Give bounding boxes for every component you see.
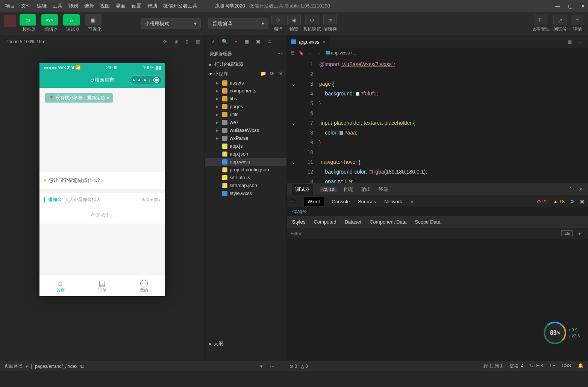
compile-button[interactable]: ⟳	[271, 15, 285, 25]
tab-orders[interactable]: ▤订单	[81, 275, 123, 296]
lang-mode[interactable]: CSS	[562, 363, 571, 369]
page-path[interactable]: pages/errand/_/index	[35, 364, 77, 369]
close-icon[interactable]: ✕	[581, 3, 585, 9]
location-chip[interactable]: 📍 没有找到学校，重新定位 ▾	[45, 93, 113, 103]
menu-帮助[interactable]: 帮助	[145, 1, 159, 11]
bookmark-icon[interactable]: 🔖	[299, 50, 304, 56]
new-folder-icon[interactable]: 📁	[260, 71, 266, 77]
tree-node-project.config.json[interactable]: project.config.json	[205, 166, 286, 174]
tree-node-we7[interactable]: ▸we7	[205, 118, 286, 126]
git-icon[interactable]: ⑂	[235, 39, 238, 44]
more-icon[interactable]: ⋯	[277, 51, 282, 56]
files-icon[interactable]: 🗎	[210, 39, 215, 44]
tab-home[interactable]: ⌂首页	[39, 275, 81, 296]
home-icon[interactable]	[153, 77, 159, 83]
menu-文件[interactable]: 文件	[19, 1, 33, 11]
copy-icon[interactable]: ⧉	[80, 364, 84, 369]
phone-icon[interactable]: ▯	[186, 39, 188, 44]
tree-node-app.wxss[interactable]: app.wxss	[205, 158, 286, 166]
visual-button[interactable]: ▣	[85, 14, 102, 26]
tree-node-libs[interactable]: ▸libs	[205, 95, 286, 103]
add-style-icon[interactable]: ＋	[575, 230, 584, 237]
footer-warnings[interactable]: △ 0	[301, 364, 308, 369]
collapse-debug-icon[interactable]: ⌃	[568, 186, 573, 192]
details-button[interactable]: ≡	[571, 15, 584, 25]
sources-tab[interactable]: Sources	[358, 199, 376, 204]
network-tab[interactable]: Network	[384, 199, 402, 204]
footer-errors[interactable]: ⊘ 0	[289, 364, 297, 369]
menu-微信开发者工具[interactable]: 微信开发者工具	[161, 1, 200, 11]
tab-me[interactable]: ◯我的	[123, 275, 165, 296]
scope-data-tab[interactable]: Scope Data	[415, 219, 440, 225]
remote-debug-button[interactable]: ⚙	[305, 15, 319, 25]
encoding[interactable]: UTF-8	[530, 363, 543, 369]
menu-项目[interactable]: 项目	[3, 1, 17, 11]
commission-bar[interactable]: 赚佣金人人都是佣金猎人 查看全部 ›	[39, 193, 165, 207]
device-selector[interactable]: iPhone 5 100% 16 ▾	[5, 39, 45, 44]
cursor-pos[interactable]: 行 1, 列 1	[483, 363, 503, 369]
indent[interactable]: 空格: 4	[509, 363, 523, 369]
tree-node-wxParse[interactable]: ▸wxParse	[205, 134, 286, 142]
forward-icon[interactable]: →	[316, 50, 321, 56]
tree-node-siteinfo.js[interactable]: siteinfo.js	[205, 174, 286, 181]
debugger-tab[interactable]: 调试器	[292, 184, 313, 195]
console-tab[interactable]: Console	[332, 199, 350, 204]
menu-工具[interactable]: 工具	[50, 1, 65, 11]
ask-bar[interactable]: 想让同学帮您做点什么?	[39, 172, 165, 189]
ext-icon[interactable]: ▦	[244, 39, 249, 44]
tree-node-sitemap.json[interactable]: sitemap.json	[205, 181, 286, 189]
debugger-button[interactable]: ⌕	[63, 14, 80, 26]
tree-node-pages[interactable]: ▸pages	[205, 103, 286, 110]
wxml-tab[interactable]: Wxml	[304, 197, 324, 206]
robot-icon[interactable]: ☺	[267, 39, 272, 44]
tree-node-utils[interactable]: ▸utils	[205, 110, 286, 118]
menu-编辑[interactable]: 编辑	[35, 1, 49, 11]
eol[interactable]: LF	[550, 363, 555, 369]
error-badge[interactable]: ⊘ 22	[537, 199, 548, 204]
record-icon[interactable]: ◉	[174, 39, 178, 44]
tree-node-components[interactable]: ▸components	[205, 87, 286, 95]
gear-icon[interactable]: ⚙	[570, 199, 574, 204]
back-icon[interactable]: ←	[308, 50, 312, 56]
menu-转到[interactable]: 转到	[66, 1, 80, 11]
code-editor[interactable]: 1@import "wuBaseWxss/7.wxss";2⌄3page {4 …	[287, 58, 588, 183]
dataset-tab[interactable]: Dataset	[344, 219, 361, 225]
menu-选择[interactable]: 选择	[82, 1, 96, 11]
style-filter-input[interactable]	[291, 231, 559, 236]
minimize-icon[interactable]: ―	[555, 3, 560, 9]
split-icon[interactable]: ▥	[196, 39, 200, 44]
more-tabs-icon[interactable]: »	[411, 199, 413, 204]
terminal-tab[interactable]: 终端	[379, 186, 388, 193]
collapse-icon[interactable]: ⇲	[278, 71, 282, 77]
compile-dropdown[interactable]: 普通编译▾	[208, 18, 268, 29]
cls-toggle[interactable]: .cls	[561, 230, 573, 236]
toc-icon[interactable]: ☰	[291, 50, 295, 56]
preview-button[interactable]: ◉	[287, 15, 301, 25]
inspect-icon[interactable]: ⮹	[291, 199, 296, 204]
refresh-tree-icon[interactable]: ⟳	[270, 71, 274, 77]
styles-tab[interactable]: Styles	[292, 219, 305, 225]
editor-button[interactable]: </>	[41, 14, 58, 26]
bell-icon[interactable]: 🔔	[578, 363, 583, 369]
refresh-icon[interactable]: ⟳	[163, 39, 167, 44]
split-editor-icon[interactable]: ▥	[567, 39, 572, 45]
problems-tab[interactable]: 问题	[344, 186, 354, 193]
tree-node-app.json[interactable]: app.json	[205, 150, 286, 158]
dock-icon[interactable]: ▣	[580, 199, 584, 204]
menu-设置[interactable]: 设置	[129, 1, 144, 11]
clear-cache-button[interactable]: ≋	[323, 15, 337, 25]
simulator-button[interactable]: ▭	[20, 14, 36, 26]
close-tab-icon[interactable]: ×	[322, 39, 325, 45]
project-section[interactable]: ▾ 小程序 ＋ 📁 ⟳ ⇲	[205, 69, 286, 79]
menu-界面[interactable]: 界面	[114, 1, 128, 11]
editor-tab[interactable]: app.wxss ×	[287, 35, 330, 48]
avatar[interactable]	[4, 15, 16, 27]
more-footer-icon[interactable]: ⋯	[270, 364, 274, 369]
mode-dropdown[interactable]: 小程序模式▾	[141, 18, 201, 29]
outline-section[interactable]: ▸ 大纲	[205, 338, 228, 349]
version-button[interactable]: ⎘	[534, 15, 547, 25]
open-editors-section[interactable]: ▸ 打开的编辑器	[205, 59, 286, 69]
test-id-button[interactable]: ↗	[553, 15, 567, 25]
ext2-icon[interactable]: ▣	[256, 39, 260, 44]
search-icon[interactable]: 🔍	[222, 39, 228, 44]
